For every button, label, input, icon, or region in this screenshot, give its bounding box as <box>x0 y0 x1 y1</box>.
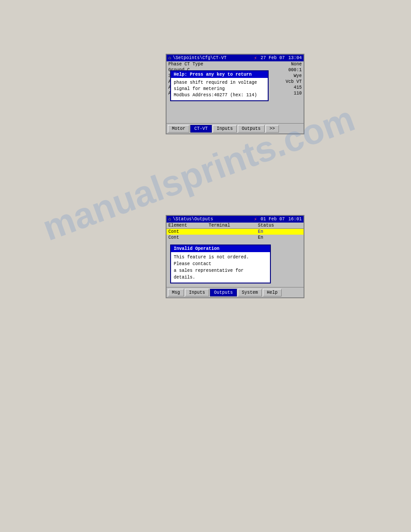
screen2-path: \Status\Outputs <box>173 217 213 222</box>
tab-outputs[interactable]: Outputs <box>210 289 237 296</box>
tab-outputs[interactable]: Outputs <box>238 125 265 133</box>
screen2-window: ⌂ \Status\Outputs ⚡ 01 Feb 07 16:01 Elem… <box>166 215 304 298</box>
screen1-content-area: Phase CT Type None Ground C 000:1 3 Phas… <box>167 61 304 123</box>
col-header-element: Element <box>168 223 209 228</box>
help-popup2: Invalid Operation This feature is not or… <box>170 245 271 283</box>
tab-system[interactable]: System <box>238 289 262 296</box>
screen1-titlebar-right: ⚡ 27 Feb 07 13:04 <box>254 55 302 61</box>
screen1-tabs: Motor CT-VT Inputs Outputs >> <box>167 123 304 133</box>
help-line: Modbus Address:40277 (hex: 114) <box>174 92 265 99</box>
home-icon: ⌂ <box>168 56 171 60</box>
tab-msg[interactable]: Msg <box>168 289 184 296</box>
help-line: a sales representative for details. <box>174 267 267 281</box>
help-popup1-body: phase shift required in voltage signal f… <box>171 78 268 100</box>
row-value: 415 <box>294 85 302 90</box>
help-popup1-title: Help: Press any key to return <box>171 71 268 78</box>
tab-more[interactable]: >> <box>265 125 279 133</box>
screen2-titlebar-right: ⚡ 01 Feb 07 16:01 <box>254 216 302 222</box>
help-line: phase shift required in voltage <box>174 80 265 86</box>
screen2-tabs: Msg Inputs Outputs System Help <box>167 287 304 297</box>
help-popup1: Help: Press any key to return phase shif… <box>170 70 269 101</box>
screen2-titlebar: ⌂ \Status\Outputs ⚡ 01 Feb 07 16:01 <box>167 216 304 223</box>
screen1-titlebar: ⌂ \Setpoints\Cfg\CT-VT ⚡ 27 Feb 07 13:04 <box>167 55 304 61</box>
row-element: Cont <box>168 235 209 240</box>
screen2-content-area: Cont En Cont En Invalid Operation This f… <box>167 229 304 287</box>
row-value: 000:1 <box>288 68 302 73</box>
table-row: Cont En <box>167 229 304 235</box>
tab-inputs[interactable]: Inputs <box>185 289 209 296</box>
home-icon: ⌂ <box>168 217 171 222</box>
screen1-time: 13:04 <box>288 56 302 60</box>
tab-motor[interactable]: Motor <box>168 125 189 133</box>
row-element: Cont <box>168 229 209 234</box>
help-popup2-title: Invalid Operation <box>171 245 270 252</box>
tab-inputs[interactable]: Inputs <box>213 125 237 133</box>
row-value: Wye <box>294 73 302 78</box>
help-popup2-body: This feature is not ordered. Please cont… <box>171 252 270 283</box>
screen1-window: ⌂ \Setpoints\Cfg\CT-VT ⚡ 27 Feb 07 13:04… <box>166 54 304 134</box>
row-terminal <box>209 229 258 234</box>
table-row: Phase CT Type None <box>167 61 304 67</box>
row-status: En <box>258 235 302 240</box>
screen2-title-left: ⌂ \Status\Outputs <box>168 217 213 222</box>
col-header-terminal: Terminal <box>209 223 258 228</box>
screen1-title-left: ⌂ \Setpoints\Cfg\CT-VT <box>168 56 227 60</box>
alert-icon: ⚡ <box>254 216 257 222</box>
row-status: En <box>258 229 302 234</box>
row-terminal <box>209 235 258 240</box>
table-row: Cont En <box>167 235 304 240</box>
alert-icon: ⚡ <box>254 55 257 61</box>
tab-help[interactable]: Help <box>263 289 282 296</box>
help-line: This feature is not ordered. Please cont… <box>174 254 267 267</box>
help-line: signal for metering <box>174 86 265 92</box>
row-value: Vcb VT <box>286 79 302 84</box>
row-value: None <box>291 62 302 67</box>
screen1-date: 27 Feb 07 <box>261 56 285 60</box>
screen1-path: \Setpoints\Cfg\CT-VT <box>173 56 227 60</box>
screen2-table-header: Element Terminal Status <box>167 223 304 229</box>
screen2-date: 01 Feb 07 <box>261 217 285 222</box>
row-value: 110 <box>294 91 302 96</box>
tab-ct-vt[interactable]: CT-VT <box>190 125 212 133</box>
col-header-status: Status <box>258 223 302 228</box>
screen2-time: 16:01 <box>288 217 302 222</box>
row-label: Phase CT Type <box>168 62 203 67</box>
